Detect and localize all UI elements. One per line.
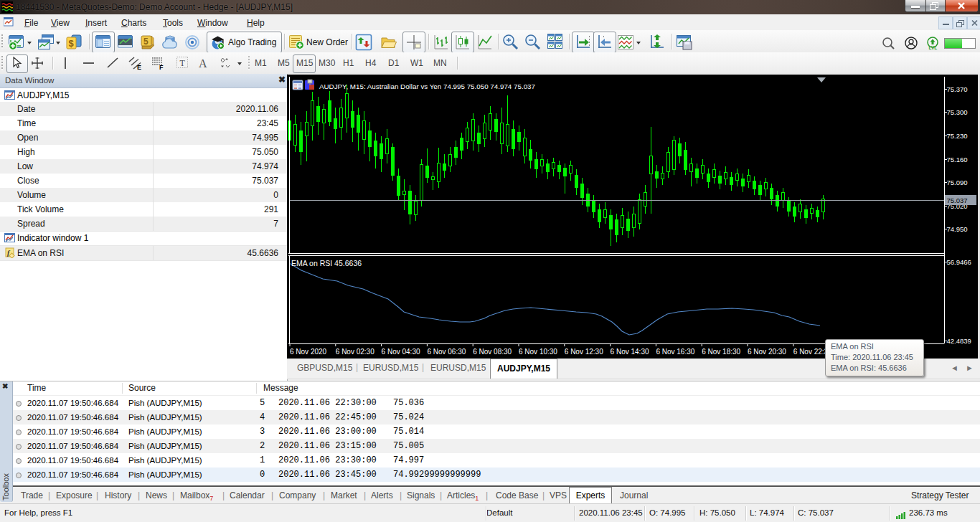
svg-text:F: F: [159, 64, 164, 70]
svg-text:6 Nov 18:30: 6 Nov 18:30: [702, 348, 740, 356]
svg-text:6 Nov 16:30: 6 Nov 16:30: [656, 348, 694, 356]
svg-text:6 Nov 2020: 6 Nov 2020: [290, 348, 327, 356]
svg-text:75.090: 75.090: [947, 179, 968, 186]
svg-text:6 Nov 12:30: 6 Nov 12:30: [565, 348, 603, 356]
svg-text:5: 5: [143, 37, 149, 47]
svg-text:56.9466: 56.9466: [947, 258, 971, 266]
svg-text:6 Nov 20:30: 6 Nov 20:30: [748, 348, 786, 356]
svg-text:75.230: 75.230: [947, 132, 968, 140]
svg-text:AUDJPY, M15: Australian Dolla: AUDJPY, M15: Australian Dollar vs Yen 74…: [319, 82, 535, 90]
svg-text:75.370: 75.370: [947, 85, 968, 93]
svg-text:T: T: [180, 58, 186, 68]
svg-text:A: A: [199, 57, 207, 70]
svg-text:6 Nov 10:30: 6 Nov 10:30: [519, 348, 557, 356]
svg-text:6 Nov 06:30: 6 Nov 06:30: [427, 348, 466, 356]
svg-text:6 Nov 04:30: 6 Nov 04:30: [382, 348, 420, 356]
svg-text:75.160: 75.160: [947, 156, 968, 163]
svg-text:6 Nov 02:30: 6 Nov 02:30: [336, 348, 374, 356]
svg-text:75.037: 75.037: [947, 196, 968, 204]
svg-text:75.300: 75.300: [947, 108, 968, 116]
svg-text:LVL: LVL: [929, 45, 938, 50]
svg-text:6 Nov 14:30: 6 Nov 14:30: [611, 348, 649, 356]
svg-text:E: E: [137, 64, 141, 70]
svg-text:6 Nov 08:30: 6 Nov 08:30: [473, 348, 512, 356]
svg-text:42.4839: 42.4839: [947, 337, 971, 345]
svg-text:$: $: [69, 38, 75, 49]
svg-text:74.950: 74.950: [947, 225, 968, 233]
svg-text:EMA on RSI 45.6636: EMA on RSI 45.6636: [291, 259, 362, 267]
